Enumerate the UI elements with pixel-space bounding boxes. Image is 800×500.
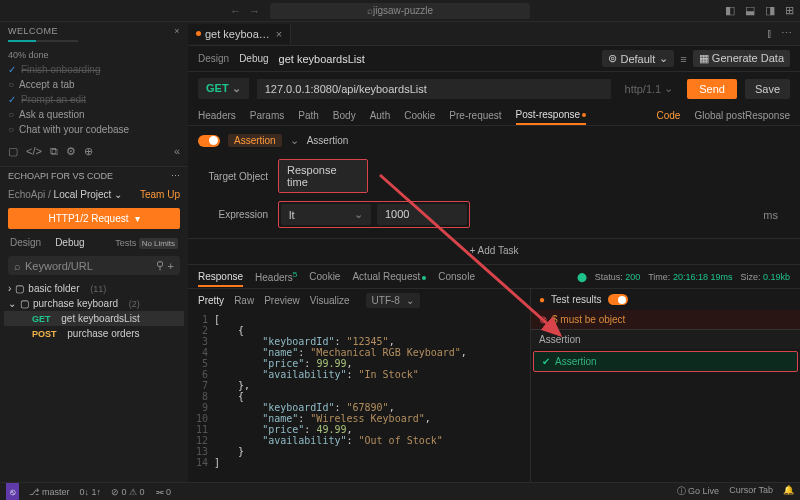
tab-design[interactable]: Design bbox=[10, 237, 41, 248]
test-result-row[interactable]: ✔ Assertion bbox=[533, 351, 798, 372]
nav-fwd-icon[interactable]: → bbox=[249, 5, 260, 17]
url-input[interactable]: 127.0.0.1:8080/api/keyboardsList bbox=[257, 79, 611, 99]
tab-params[interactable]: Params bbox=[250, 110, 284, 121]
keyword-search[interactable]: ⌕ Keyword/URL ⚲ + bbox=[8, 256, 180, 275]
tab-response[interactable]: Response bbox=[198, 271, 243, 287]
bell-icon[interactable]: 🔔 bbox=[783, 485, 794, 498]
branch-indicator[interactable]: ⎇ master bbox=[29, 487, 70, 497]
split-icon[interactable]: ⫿ bbox=[767, 27, 773, 40]
close-icon[interactable]: × bbox=[174, 26, 180, 36]
problems-indicator[interactable]: ⊘ 0 ⚠ 0 bbox=[111, 487, 145, 497]
chevron-down-icon: ⌄ bbox=[659, 52, 668, 65]
collapse-icon[interactable]: « bbox=[174, 145, 180, 158]
assertion-toggle[interactable] bbox=[198, 135, 220, 147]
filter-icon[interactable]: ⚲ bbox=[156, 259, 164, 272]
tab-resp-headers[interactable]: Headers5 bbox=[255, 270, 297, 283]
folder-icon: ▢ bbox=[20, 298, 29, 309]
layers-icon[interactable]: ⧉ bbox=[50, 145, 58, 158]
operator-select[interactable]: lt⌄ bbox=[281, 204, 371, 225]
tab-headers[interactable]: Headers bbox=[198, 110, 236, 121]
modified-dot-icon bbox=[196, 31, 201, 36]
tab-console[interactable]: Console bbox=[438, 271, 475, 282]
tab-body[interactable]: Body bbox=[333, 110, 356, 121]
view-pretty[interactable]: Pretty bbox=[198, 295, 224, 306]
check-icon: ✔ bbox=[542, 356, 550, 367]
view-raw[interactable]: Raw bbox=[234, 295, 254, 306]
welcome-item[interactable]: Chat with your codebase bbox=[19, 124, 129, 135]
teamup-link[interactable]: Team Up bbox=[140, 189, 180, 200]
tab-resp-cookie[interactable]: Cookie bbox=[309, 271, 340, 282]
tab-actual-request[interactable]: Actual Request bbox=[352, 271, 426, 282]
send-button[interactable]: Send bbox=[687, 79, 737, 99]
planet-icon[interactable]: ⊕ bbox=[84, 145, 93, 158]
test-results-toggle[interactable] bbox=[608, 294, 628, 305]
code-link[interactable]: Code bbox=[656, 110, 680, 121]
echo-header: ECHOAPI FOR VS CODE bbox=[8, 171, 113, 181]
tab-debug[interactable]: Debug bbox=[55, 237, 84, 248]
command-search[interactable]: ⌕ jigsaw-puzzle bbox=[270, 3, 530, 19]
encoding-select[interactable]: UTF-8⌄ bbox=[366, 293, 420, 308]
remote-button[interactable]: ⎋ bbox=[6, 483, 19, 501]
add-task-button[interactable]: + Add Task bbox=[188, 238, 800, 262]
nav-back-icon[interactable]: ← bbox=[230, 5, 241, 17]
value-input[interactable]: 1000 bbox=[377, 204, 467, 225]
test-result-row[interactable]: ⊘ $ must be object bbox=[531, 310, 800, 330]
save-button[interactable]: Save bbox=[745, 79, 790, 99]
folder-icon[interactable]: ▢ bbox=[8, 145, 18, 158]
method-select[interactable]: GET ⌄ bbox=[198, 78, 249, 99]
tab-prerequest[interactable]: Pre-request bbox=[449, 110, 501, 121]
tab-path[interactable]: Path bbox=[298, 110, 319, 121]
tree-item[interactable]: POST purchase orders bbox=[4, 326, 184, 341]
chevron-down-icon[interactable]: ⌄ bbox=[290, 134, 299, 147]
tree-item[interactable]: GET get keyboardsList bbox=[4, 311, 184, 326]
chevron-down-icon: ⌄ bbox=[8, 298, 16, 309]
new-request-button[interactable]: HTTP1/2 Request ▾ bbox=[8, 208, 180, 229]
ports-indicator[interactable]: ⫘ 0 bbox=[155, 487, 172, 497]
cursor-tab[interactable]: Cursor Tab bbox=[729, 485, 773, 498]
tab-cookie[interactable]: Cookie bbox=[404, 110, 435, 121]
code-icon[interactable]: </> bbox=[26, 145, 42, 158]
welcome-item[interactable]: Prompt an edit bbox=[21, 94, 86, 105]
circle-icon: ○ bbox=[8, 79, 14, 90]
view-preview[interactable]: Preview bbox=[264, 295, 300, 306]
response-body[interactable]: 1[2 {3 "keyboardId": "12345",4 "name": "… bbox=[188, 312, 530, 500]
target-select[interactable]: Response time bbox=[278, 159, 368, 193]
layout-bottom-icon[interactable]: ⬓ bbox=[745, 4, 755, 17]
layout-right-icon[interactable]: ◨ bbox=[765, 4, 775, 17]
welcome-item[interactable]: Finish onboarding bbox=[21, 64, 101, 75]
more-icon[interactable]: ⋯ bbox=[781, 27, 792, 40]
add-icon[interactable]: + bbox=[168, 260, 174, 272]
mode-debug[interactable]: Debug bbox=[239, 53, 268, 64]
tab-tests[interactable]: Tests No Limits bbox=[115, 238, 178, 248]
welcome-item[interactable]: Accept a tab bbox=[19, 79, 75, 90]
tab-title: get keyboa… bbox=[205, 28, 270, 40]
chevron-down-icon: ⌄ bbox=[232, 82, 241, 94]
more-icon[interactable]: ⋯ bbox=[171, 171, 180, 181]
global-link[interactable]: Global postResponse bbox=[694, 110, 790, 121]
search-placeholder: Keyword/URL bbox=[25, 260, 93, 272]
sync-indicator[interactable]: 0↓ 1↑ bbox=[80, 487, 102, 497]
customize-icon[interactable]: ⊞ bbox=[785, 4, 794, 17]
layout-left-icon[interactable]: ◧ bbox=[725, 4, 735, 17]
editor-tab[interactable]: get keyboa… × bbox=[188, 24, 291, 44]
tree-folder[interactable]: ›▢basic folder (11) bbox=[4, 281, 184, 296]
env-settings-icon[interactable]: ≡ bbox=[680, 53, 686, 65]
tab-auth[interactable]: Auth bbox=[370, 110, 391, 121]
broadcast-icon[interactable]: ⓘ Go Live bbox=[677, 485, 720, 498]
welcome-item[interactable]: Ask a question bbox=[19, 109, 85, 120]
protocol-select[interactable]: http/1.1 ⌄ bbox=[619, 78, 680, 99]
chevron-down-icon: ⌄ bbox=[664, 82, 673, 95]
close-icon[interactable]: × bbox=[276, 28, 282, 40]
echo-toolbar: ▢ </> ⧉ ⚙ ⊕ « bbox=[0, 141, 188, 162]
test-error-text: $ must be object bbox=[552, 314, 625, 325]
mode-design[interactable]: Design bbox=[198, 53, 229, 64]
view-visualize[interactable]: Visualize bbox=[310, 295, 350, 306]
project-selector[interactable]: EchoApi / Local Project ⌄ bbox=[8, 189, 122, 200]
tree-folder[interactable]: ⌄▢purchase keyboard (2) bbox=[4, 296, 184, 311]
generate-button[interactable]: ▦ Generate Data bbox=[693, 50, 790, 67]
tab-postresponse[interactable]: Post-response bbox=[516, 109, 586, 125]
error-icon: ⊘ bbox=[539, 314, 547, 325]
env-select[interactable]: ⊚ Default ⌄ bbox=[602, 50, 675, 67]
db-icon[interactable]: ⚙ bbox=[66, 145, 76, 158]
check-icon: ✓ bbox=[8, 64, 16, 75]
